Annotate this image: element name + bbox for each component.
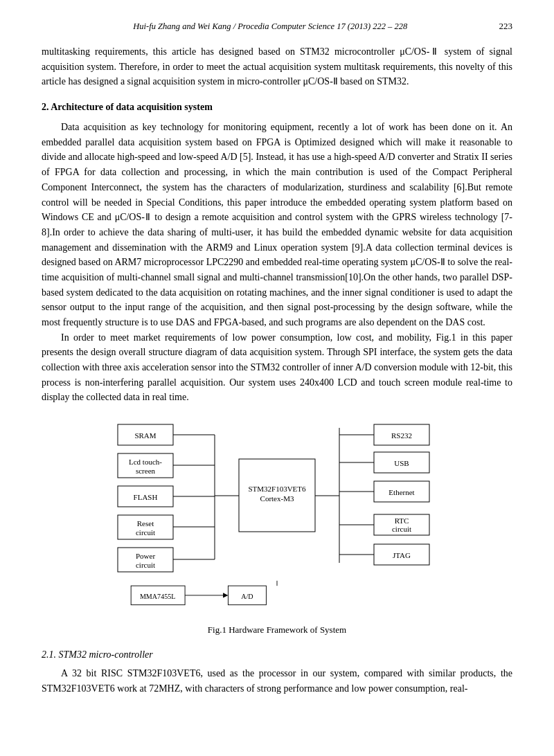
section2-body: Data acquisition as key technology for m… xyxy=(42,120,512,405)
header-title: Hui-fu Zhang and Wei Kang / Procedia Com… xyxy=(42,21,499,32)
svg-text:Reset: Reset xyxy=(137,519,154,528)
svg-text:RTC: RTC xyxy=(395,516,409,525)
svg-text:circuit: circuit xyxy=(136,561,155,569)
page-number: 223 xyxy=(499,21,513,32)
intro-text: multitasking requirements, this article … xyxy=(42,44,512,89)
section2-para1: Data acquisition as key technology for m… xyxy=(42,120,512,330)
diagram-svg-wrap: SRAM Lcd touch- screen FLASH Reset circu… xyxy=(111,417,443,620)
svg-text:A/D: A/D xyxy=(241,593,253,600)
diagram-bottom-row: MMA7455L A/D xyxy=(111,579,443,618)
hardware-diagram: SRAM Lcd touch- screen FLASH Reset circu… xyxy=(111,417,443,584)
svg-text:STM32F103VET6: STM32F103VET6 xyxy=(248,485,306,493)
page: Hui-fu Zhang and Wei Kang / Procedia Com… xyxy=(0,0,554,756)
section2-heading: 2. Architecture of data acquisition syst… xyxy=(42,102,512,113)
svg-text:Cortex-M3: Cortex-M3 xyxy=(260,494,294,503)
page-header: Hui-fu Zhang and Wei Kang / Procedia Com… xyxy=(42,21,512,32)
section21-para: A 32 bit RISC STM32F103VET6, used as the… xyxy=(42,666,512,696)
diagram-container: SRAM Lcd touch- screen FLASH Reset circu… xyxy=(42,417,512,642)
svg-text:circuit: circuit xyxy=(136,528,155,537)
diagram-caption: Fig.1 Hardware Framework of System xyxy=(208,624,346,636)
svg-text:Lcd touch-: Lcd touch- xyxy=(129,458,162,466)
section21-heading: 2.1. STM32 micro-controller xyxy=(42,649,512,660)
intro-paragraph: multitasking requirements, this article … xyxy=(42,44,512,89)
svg-text:RS232: RS232 xyxy=(391,431,412,440)
svg-text:screen: screen xyxy=(136,467,156,475)
svg-text:circuit: circuit xyxy=(392,525,411,533)
svg-text:Ethernet: Ethernet xyxy=(388,488,414,496)
svg-text:Power: Power xyxy=(136,552,155,560)
section21-body: A 32 bit RISC STM32F103VET6, used as the… xyxy=(42,666,512,696)
svg-text:FLASH: FLASH xyxy=(134,493,158,501)
svg-text:MMA7455L: MMA7455L xyxy=(140,593,176,600)
svg-text:USB: USB xyxy=(394,459,409,467)
svg-marker-45 xyxy=(223,593,228,597)
svg-text:JTAG: JTAG xyxy=(393,551,411,559)
svg-text:SRAM: SRAM xyxy=(134,431,156,440)
section2-para2: In order to meet market requirements of … xyxy=(42,330,512,405)
